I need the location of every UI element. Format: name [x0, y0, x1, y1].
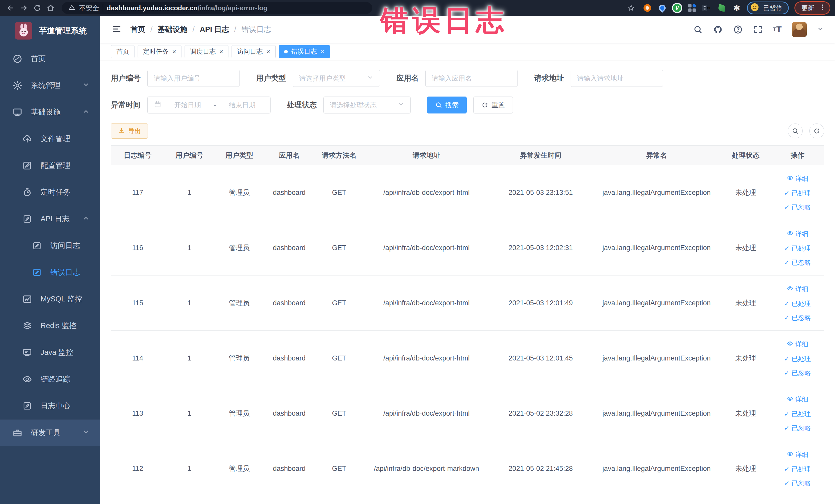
- row-action-详细[interactable]: 详细: [787, 340, 808, 348]
- green-check-extension-icon[interactable]: V: [673, 3, 682, 13]
- grid-extension-icon[interactable]: [687, 3, 697, 13]
- end-date-placeholder[interactable]: 结束日期: [220, 101, 264, 109]
- tab-job[interactable]: 定时任务×: [138, 45, 182, 58]
- sidebar-item-file[interactable]: 文件管理: [0, 125, 100, 152]
- sidebar-item-infra[interactable]: 基础设施: [0, 99, 100, 125]
- app-name-input[interactable]: [425, 70, 518, 87]
- start-date-placeholder[interactable]: 开始日期: [166, 101, 210, 109]
- sidebar-item-trace[interactable]: 链路追踪: [0, 366, 100, 392]
- row-action-详细[interactable]: 详细: [787, 230, 808, 238]
- toggle-search-icon-button[interactable]: [788, 123, 803, 138]
- sidebar-item-redis[interactable]: Redis 监控: [0, 313, 100, 339]
- sidebar-item-system[interactable]: 系统管理: [0, 72, 100, 99]
- chevron-down-icon: [83, 428, 89, 437]
- row-action-已处理[interactable]: ✓已处理: [784, 300, 811, 307]
- tab-close-icon[interactable]: ×: [172, 48, 176, 55]
- browser-home-icon[interactable]: [45, 2, 57, 14]
- breadcrumb-item[interactable]: API 日志: [200, 24, 229, 35]
- layers-icon: [22, 321, 32, 331]
- row-action-已处理[interactable]: ✓已处理: [784, 245, 811, 251]
- tab-close-icon[interactable]: ×: [219, 48, 223, 55]
- breadcrumb-item[interactable]: 首页: [130, 24, 145, 35]
- export-button[interactable]: 导出: [111, 123, 148, 139]
- github-icon[interactable]: [713, 25, 723, 35]
- bookmark-star-icon[interactable]: [625, 2, 637, 14]
- profile-paused-chip[interactable]: 已暂停: [747, 2, 789, 14]
- row-action-已处理[interactable]: ✓已处理: [784, 466, 811, 472]
- request-url-input[interactable]: [571, 70, 663, 87]
- sidebar-item-home[interactable]: 首页: [0, 45, 100, 72]
- row-action-已忽略[interactable]: ✓已忽略: [784, 259, 811, 266]
- page-url: dashboard.yudao.iocoder.cn/infra/log/api…: [107, 4, 267, 12]
- sidebar-toggle-icon[interactable]: [111, 24, 122, 35]
- sidebar-logo[interactable]: 芋道管理系统: [0, 16, 100, 45]
- fullscreen-icon[interactable]: [753, 25, 763, 35]
- browser-reload-icon[interactable]: [31, 2, 43, 14]
- refresh-table-icon-button[interactable]: [809, 123, 824, 138]
- cell-method: GET: [314, 276, 364, 331]
- row-action-已忽略[interactable]: ✓已忽略: [784, 370, 811, 376]
- user-avatar[interactable]: [792, 22, 807, 37]
- sidebar-item-job[interactable]: 定时任务: [0, 179, 100, 206]
- row-action-已忽略[interactable]: ✓已忽略: [784, 480, 811, 486]
- leaf-extension-icon[interactable]: [717, 3, 727, 13]
- tab-error-log[interactable]: 错误日志×: [279, 45, 330, 58]
- row-action-详细[interactable]: 详细: [787, 175, 808, 182]
- help-icon[interactable]: [733, 25, 743, 35]
- tab-close-icon[interactable]: ×: [321, 48, 324, 55]
- orange-ring-extension-icon[interactable]: [643, 3, 652, 13]
- breadcrumb-item[interactable]: 基础设施: [158, 24, 187, 35]
- browser-update-button[interactable]: 更新: [794, 1, 830, 15]
- browser-menu-dots-icon[interactable]: [819, 4, 826, 12]
- row-action-已忽略[interactable]: ✓已忽略: [784, 315, 811, 321]
- app-logo-rabbit: [15, 22, 32, 40]
- sidebar-item-mysql[interactable]: MySQL 监控: [0, 286, 100, 313]
- sidebar-item-label: Java 监控: [41, 347, 73, 358]
- browser-chrome: 不安全 dashboard.yudao.iocoder.cn/infra/log…: [0, 0, 835, 16]
- sidebar-item-access-log[interactable]: 访问日志: [0, 233, 100, 259]
- search-button[interactable]: 搜索: [427, 97, 467, 114]
- column-header: 异常发生时间: [489, 146, 592, 165]
- tab-home[interactable]: 首页: [111, 45, 135, 58]
- row-action-label: 已处理: [792, 356, 811, 362]
- row-action-已忽略[interactable]: ✓已忽略: [784, 425, 811, 431]
- sidebar-item-log-center[interactable]: 日志中心: [0, 392, 100, 419]
- blue-pin-extension-icon[interactable]: [658, 3, 667, 13]
- cell-actions: 详细✓已处理✓已忽略: [771, 386, 824, 441]
- font-size-icon[interactable]: TT: [773, 24, 781, 35]
- row-action-已处理[interactable]: ✓已处理: [784, 356, 811, 362]
- on-switch-extension-icon[interactable]: on: [702, 3, 712, 13]
- avatar-caret-down-icon[interactable]: [817, 26, 824, 33]
- row-action-详细[interactable]: 详细: [787, 285, 808, 293]
- browser-back-icon[interactable]: [5, 2, 16, 14]
- sidebar-item-api-log[interactable]: API 日志: [0, 206, 100, 233]
- search-icon[interactable]: [693, 25, 703, 35]
- security-label: 不安全: [79, 4, 99, 13]
- asterisk-extension-icon[interactable]: ✱: [732, 3, 741, 13]
- browser-address-bar[interactable]: 不安全 dashboard.yudao.iocoder.cn/infra/log…: [62, 2, 372, 14]
- sidebar-item-java[interactable]: Java 监控: [0, 339, 100, 366]
- row-action-详细[interactable]: 详细: [787, 450, 808, 458]
- tab-access-log[interactable]: 访问日志×: [231, 45, 276, 58]
- sidebar-item-dev-tool[interactable]: 研发工具: [0, 419, 100, 446]
- row-action-label: 已忽略: [792, 315, 811, 321]
- tab-job-log[interactable]: 调度日志×: [185, 45, 228, 58]
- row-action-详细[interactable]: 详细: [787, 396, 808, 403]
- user-id-input[interactable]: [147, 70, 240, 87]
- sidebar-item-error-log[interactable]: 错误日志: [0, 259, 100, 286]
- exception-time-range-picker[interactable]: 开始日期 - 结束日期: [147, 97, 270, 114]
- content: 用户编号 用户类型 请选择用户类型 应用名: [100, 60, 835, 504]
- cell-process-status: 未处理: [721, 220, 771, 276]
- tab-label: 调度日志: [190, 47, 216, 56]
- row-action-已处理[interactable]: ✓已处理: [784, 411, 811, 417]
- tab-close-icon[interactable]: ×: [266, 48, 270, 55]
- cell-method: GET: [314, 386, 364, 441]
- row-action-已忽略[interactable]: ✓已忽略: [784, 204, 811, 210]
- cell-request-url: /api/infra/db-doc/export-html: [364, 331, 489, 386]
- sidebar-item-config[interactable]: 配置管理: [0, 152, 100, 179]
- process-status-select[interactable]: 请选择处理状态: [323, 97, 411, 114]
- user-type-select[interactable]: 请选择用户类型: [292, 70, 380, 87]
- reset-button[interactable]: 重置: [473, 97, 513, 114]
- row-action-已处理[interactable]: ✓已处理: [784, 190, 811, 196]
- browser-forward-icon[interactable]: [18, 2, 30, 14]
